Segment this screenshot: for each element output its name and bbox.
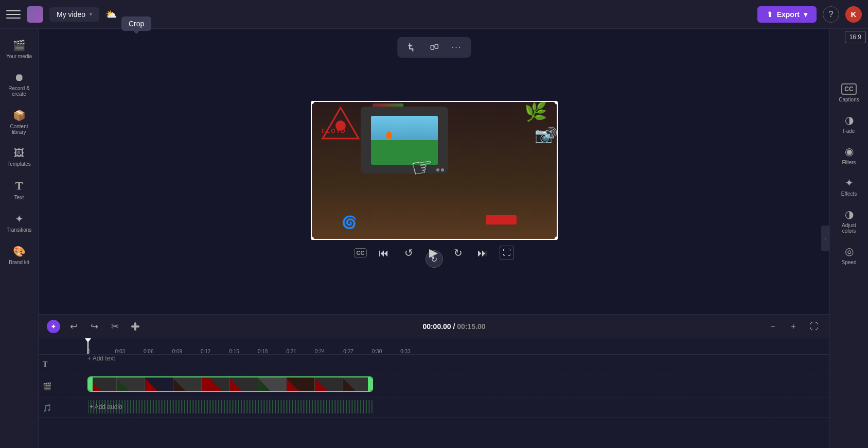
video-thumb-1 [88,377,117,391]
track-area: T + Add text 🎬 [39,355,829,448]
redo-button[interactable]: ↪ [87,319,101,334]
playhead-triangle [85,338,91,342]
rs-adjust-colors[interactable]: ◑ Adjustcolors [831,203,866,239]
rs-fade[interactable]: ◑ Fade [831,109,866,139]
captions-icon: CC [841,83,856,95]
effects-icon: ✦ [845,177,854,189]
video-title-label: My video [57,10,85,19]
clip-left-handle[interactable] [88,377,93,391]
sidebar-item-text[interactable]: T Text [2,174,37,205]
rs-filters[interactable]: ◉ Filters [831,140,866,170]
timeline-toolbar: ✦ ↩ ↪ ✂ 00:00.00 / 00:15.00 − + [39,315,829,338]
sidebar-label-transitions: Transitions [7,227,32,233]
skip-forward-button[interactable]: ⏭ [475,245,490,261]
cloud-off-icon: ⛅ [105,9,117,20]
add-audio-label[interactable]: + Add audio [90,403,122,410]
zoom-in-button[interactable]: + [786,319,801,334]
ruler-mark-009: 0:09 [172,349,182,354]
content-library-icon: 📦 [13,109,26,122]
video-thumb-8 [287,377,315,391]
video-thumb-3 [145,377,173,391]
adjust-colors-label: Adjustcolors [842,222,856,234]
total-time: 00:15.00 [457,322,485,331]
audio-waveform-area: + Add audio [87,400,373,413]
rs-speed[interactable]: ◎ Speed [831,240,866,270]
sidebar-item-your-media[interactable]: 🎬 Your media [2,34,37,64]
rs-effects[interactable]: ✦ Effects [831,171,866,202]
svg-rect-3 [408,45,412,46]
main-area: 🎬 Your media ⏺ Record &create 📦 Contentl… [0,29,868,448]
rs-captions[interactable]: CC Captions [831,78,866,108]
video-title-input[interactable]: My video ▾ [49,7,99,22]
fade-label: Fade [843,128,855,134]
rewind-button[interactable]: ↺ [401,245,416,261]
tv-monitor [361,107,448,179]
export-button[interactable]: ⬆ Export ▾ [757,6,817,23]
speed-label: Speed [842,260,857,265]
audio-track-icon: 🎵 [43,404,51,412]
crop-tool-button[interactable] [402,40,421,55]
resize-tool-button[interactable] [425,40,444,55]
sidebar-item-templates[interactable]: 🖼 Templates [2,142,37,172]
video-canvas[interactable]: FLOYD 🌿 📷 🔊 [311,101,558,240]
forward-button[interactable]: ↻ [450,245,466,261]
video-track-row: 🎬 [39,374,829,398]
timeline-ruler: 0 0:03 0:06 0:09 0:12 0:15 [39,338,829,355]
video-track-icon: 🎬 [43,382,51,390]
aspect-ratio-button[interactable]: 16:9 [845,31,866,43]
ruler-mark-012: 0:12 [201,349,210,354]
adjust-colors-icon: ◑ [845,208,854,220]
user-avatar[interactable]: K [845,6,862,23]
export-chevron-icon: ▾ [804,10,807,19]
video-thumb-7 [258,377,287,391]
ruler-mark-018: 0:18 [258,349,268,354]
undo-button[interactable]: ↩ [66,319,81,334]
clip-right-handle[interactable] [368,377,372,391]
play-button[interactable]: ▶ [426,245,441,261]
video-clip[interactable] [87,376,373,392]
sidebar-item-content-library[interactable]: 📦 Contentlibrary [2,104,37,140]
more-options-button[interactable]: ··· [448,41,466,54]
autocut-button[interactable]: ✦ [47,320,60,333]
ruler-mark-027: 0:27 [343,349,353,354]
svg-rect-4 [431,45,434,49]
video-thumb-10 [343,377,371,391]
sidebar-label-text: Text [14,195,24,200]
add-text-button[interactable]: + Add text [87,355,115,362]
zoom-out-button[interactable]: − [766,319,780,334]
ruler-mark-033: 0:33 [400,349,410,354]
sidebar-label-brand-kit: Brand kit [9,260,29,265]
video-canvas-wrapper: FLOYD 🌿 📷 🔊 [311,101,558,240]
add-to-timeline-button[interactable] [128,319,143,334]
topbar: My video ▾ ⛅ Crop ⬆ Export ▾ ? K [0,0,868,29]
left-sidebar: 🎬 Your media ⏺ Record &create 📦 Contentl… [0,29,39,448]
text-icon: T [15,179,23,193]
text-track-label: T [39,360,87,369]
sidebar-label-record-create: Record &create [8,85,30,97]
sidebar-item-record-create[interactable]: ⏺ Record &create [2,66,37,102]
collapse-preview-handle[interactable]: ‹ [821,226,829,251]
menu-button[interactable] [6,7,21,22]
audio-track-row: 🎵 + Add audio [39,398,829,418]
timeline-time-display: 00:00.00 / 00:15.00 [149,322,759,331]
filters-label: Filters [842,160,856,165]
captions-label: Captions [839,97,859,102]
crop-toolbar: ··· [397,37,471,58]
ruler-mark-030: 0:30 [372,349,382,354]
transitions-icon: ✦ [15,213,24,225]
skip-back-button[interactable]: ⏮ [376,245,392,261]
video-thumb-2 [117,377,145,391]
cut-button[interactable]: ✂ [108,319,122,334]
fullscreen-button[interactable]: ⛶ [500,246,514,260]
svg-rect-9 [134,322,136,331]
video-thumb-4 [173,377,202,391]
sidebar-item-brand-kit[interactable]: 🎨 Brand kit [2,240,37,270]
export-arrow-icon: ⬆ [767,10,773,19]
sidebar-item-transitions[interactable]: ✦ Transitions [2,208,37,238]
cc-button[interactable]: CC [354,248,367,257]
help-button[interactable]: ? [823,6,839,23]
expand-timeline-button[interactable]: ⛶ [807,319,821,334]
filters-icon: ◉ [845,145,854,158]
video-still: FLOYD 🌿 📷 🔊 [311,101,558,240]
playback-controls: CC ⏮ ↺ ▶ ↻ ⏭ ⛶ [354,240,515,268]
